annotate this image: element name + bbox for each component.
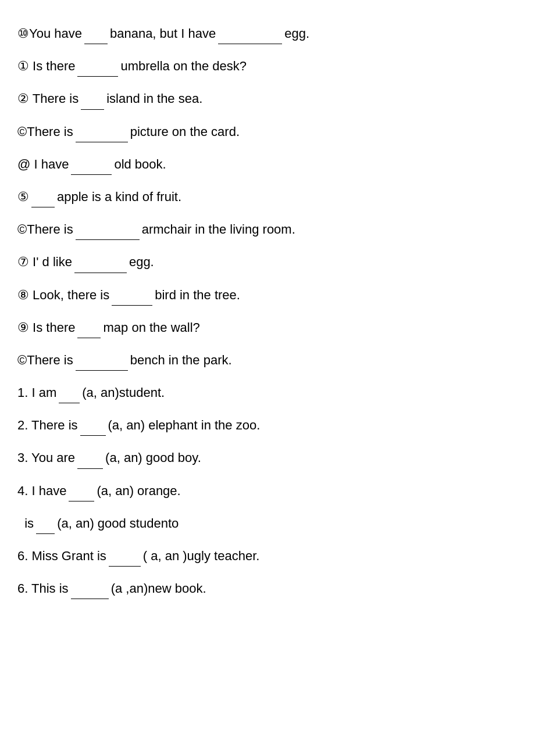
blank-field[interactable] bbox=[69, 481, 94, 501]
item-text: ① Is there bbox=[17, 56, 75, 76]
item-text: is bbox=[17, 513, 34, 533]
list-item: ⑩You have banana, but I have egg. bbox=[17, 17, 518, 50]
item-text: ( a, an )ugly teacher. bbox=[143, 546, 260, 566]
list-item: 4. I have (a, an) orange. bbox=[17, 475, 518, 507]
blank-field[interactable] bbox=[31, 187, 55, 207]
blank-field[interactable] bbox=[76, 121, 128, 142]
item-text: 2. There is bbox=[17, 415, 78, 435]
list-item: ©There is bench in the park. bbox=[17, 344, 518, 377]
item-text: egg. bbox=[284, 23, 309, 44]
item-text: ©There is bbox=[17, 219, 73, 239]
item-text: (a, an) elephant in the zoo. bbox=[108, 415, 261, 435]
list-item: ©There is picture on the card. bbox=[17, 116, 518, 148]
blank-field[interactable] bbox=[109, 546, 141, 567]
list-item: 6. This is (a ,an)new book. bbox=[17, 572, 518, 605]
item-text: (a, an) orange. bbox=[97, 481, 180, 501]
item-text: egg. bbox=[129, 252, 154, 272]
item-text: 6. This is bbox=[17, 578, 69, 599]
list-item: @ I have old book. bbox=[17, 148, 518, 181]
item-text: apple is a kind of fruit. bbox=[57, 187, 181, 207]
item-text: island in the sea. bbox=[106, 88, 202, 109]
blank-field[interactable] bbox=[71, 154, 112, 175]
list-item: 2. There is (a, an) elephant in the zoo. bbox=[17, 409, 518, 442]
item-text: @ I have bbox=[17, 154, 69, 174]
item-text: ② There is bbox=[17, 88, 79, 109]
blank-field[interactable] bbox=[112, 285, 152, 306]
blank-field[interactable] bbox=[71, 578, 109, 599]
item-text: 1. I am bbox=[17, 382, 56, 403]
list-item: ① Is there umbrella on the desk? bbox=[17, 50, 518, 83]
item-text: (a, an) good boy. bbox=[105, 447, 201, 468]
item-text: banana, but I have bbox=[110, 23, 216, 44]
exercise-list: ⑩You have banana, but I have egg. ① Is t… bbox=[17, 17, 518, 605]
item-text: 6. Miss Grant is bbox=[17, 546, 106, 566]
item-text: 3. You are bbox=[17, 447, 75, 468]
list-item: 1. I am (a, an)student. bbox=[17, 377, 518, 409]
list-item: 6. Miss Grant is ( a, an )ugly teacher. bbox=[17, 540, 518, 572]
item-text: ©There is bbox=[17, 121, 73, 142]
blank-field[interactable] bbox=[80, 415, 106, 436]
item-text: umbrella on the desk? bbox=[120, 56, 246, 76]
item-text: (a, an) good studento bbox=[57, 513, 179, 533]
item-text: armchair in the living room. bbox=[142, 219, 295, 239]
blank-field[interactable] bbox=[76, 219, 140, 240]
blank-field[interactable] bbox=[59, 382, 80, 403]
item-text: ⑨ Is there bbox=[17, 317, 75, 338]
list-item: ⑤ apple is a kind of fruit. bbox=[17, 181, 518, 213]
blank-field[interactable] bbox=[77, 317, 101, 338]
item-text: (a, an)student. bbox=[82, 382, 165, 403]
item-text: ⑤ bbox=[17, 187, 29, 207]
list-item: ©There is armchair in the living room. bbox=[17, 213, 518, 246]
item-text: 4. I have bbox=[17, 481, 66, 501]
list-item: ⑦ I' d like egg. bbox=[17, 246, 518, 278]
item-text: ©There is bbox=[17, 350, 73, 370]
item-text: old book. bbox=[114, 154, 166, 174]
item-text: ⑩You have bbox=[17, 23, 82, 44]
item-text: map on the wall? bbox=[103, 317, 199, 338]
item-text: ⑦ I' d like bbox=[17, 252, 72, 272]
list-item: 3. You are (a, an) good boy. bbox=[17, 442, 518, 474]
blank-field[interactable] bbox=[36, 513, 55, 534]
list-item: ② There is island in the sea. bbox=[17, 83, 518, 115]
blank-field[interactable] bbox=[77, 56, 118, 77]
blank-field[interactable] bbox=[84, 23, 108, 44]
item-text: (a ,an)new book. bbox=[111, 578, 206, 599]
list-item: ⑨ Is there map on the wall? bbox=[17, 311, 518, 344]
blank-field[interactable] bbox=[218, 23, 282, 44]
blank-field[interactable] bbox=[81, 88, 104, 109]
blank-field[interactable] bbox=[74, 252, 127, 273]
blank-field[interactable] bbox=[77, 447, 103, 468]
list-item: is (a, an) good studento bbox=[17, 507, 518, 540]
item-text: picture on the card. bbox=[130, 121, 240, 142]
item-text: bench in the park. bbox=[130, 350, 232, 370]
blank-field[interactable] bbox=[76, 350, 128, 371]
item-text: ⑧ Look, there is bbox=[17, 285, 109, 305]
list-item: ⑧ Look, there is bird in the tree. bbox=[17, 279, 518, 311]
item-text: bird in the tree. bbox=[155, 285, 240, 305]
